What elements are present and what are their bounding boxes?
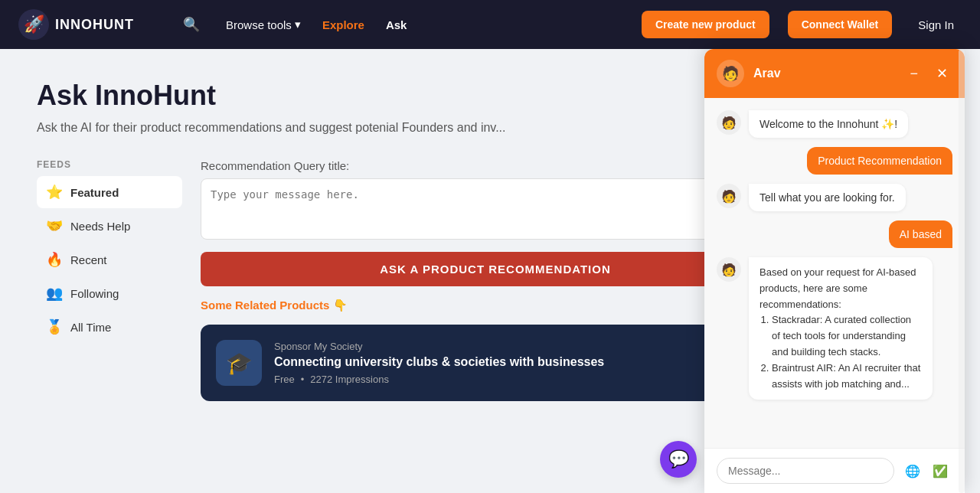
ask-link[interactable]: Ask (378, 14, 415, 36)
product-name-small: Sponsor My Society (274, 341, 749, 352)
float-chat-button[interactable]: 💬 (660, 441, 697, 478)
explore-link[interactable]: Explore (315, 14, 372, 36)
chat-name: Arav (753, 67, 896, 80)
chat-bubble-2: Product Recommendation (807, 147, 952, 175)
feed-item-following[interactable]: 👥 Following (37, 277, 182, 309)
search-icon[interactable]: 🔍 (183, 16, 200, 33)
connect-wallet-button[interactable]: Connect Wallet (788, 11, 893, 38)
chat-input-area: 🌐 ✅ (704, 448, 965, 493)
related-products-label: Some Related Products 👇 (201, 299, 790, 312)
chat-message-3: 🧑 Tell what you are looking for. (717, 184, 952, 211)
chat-input-icons: 🌐 ✅ (900, 459, 952, 483)
feed-label-featured: Featured (70, 186, 119, 199)
feed-item-all-time[interactable]: 🏅 All Time (37, 311, 182, 343)
globe-icon-button[interactable]: 🌐 (900, 459, 925, 483)
feed-label-needs-help: Needs Help (70, 220, 130, 233)
chat-bubble-3: Tell what you are looking for. (749, 184, 906, 211)
recommendation-intro: Based on your request for AI-based produ… (760, 265, 922, 312)
chat-messages: 🧑 Welcome to the Innohunt ✨! Product Rec… (704, 98, 965, 448)
recommendation-item-1: Stackradar: A curated collection of tech… (772, 312, 922, 360)
feed-label-recent: Recent (70, 253, 107, 266)
navbar: 🚀 INNOHUNT 🔍 Browse tools ▾ Explore Ask … (0, 0, 980, 49)
query-area: Recommendation Query title: ASK A PRODUC… (201, 159, 790, 401)
left-panel: Ask InnoHunt Ask the AI for their produc… (0, 49, 827, 493)
page-title: Ask InnoHunt (37, 80, 790, 112)
star-icon: ⭐ (46, 184, 63, 201)
signin-link[interactable]: Sign In (910, 14, 962, 36)
chat-bubble-4: AI based (889, 220, 952, 248)
logo-icon: 🚀 (18, 9, 49, 40)
check-icon-button[interactable]: ✅ (928, 459, 952, 483)
logo[interactable]: 🚀 INNOHUNT (18, 9, 134, 40)
product-logo-emoji: 🎓 (226, 351, 253, 376)
chat-minimize-button[interactable]: − (905, 64, 923, 83)
chat-message-2: Product Recommendation (717, 147, 952, 175)
feeds-sidebar: FEEDS ⭐ Featured 🤝 Needs Help 🔥 Recent 👥… (37, 159, 182, 401)
chat-close-button[interactable]: ✕ (932, 64, 952, 83)
feed-item-needs-help[interactable]: 🤝 Needs Help (37, 210, 182, 242)
feed-label-following: Following (70, 287, 119, 300)
handshake-icon: 🤝 (46, 217, 63, 234)
product-logo: 🎓 (216, 340, 262, 386)
recommendation-list: Based on your request for AI-based produ… (749, 257, 933, 400)
chat-header: 🧑 Arav − ✕ (704, 49, 965, 98)
ask-recommendation-button[interactable]: ASK A PRODUCT RECOMMENDATION (201, 252, 790, 286)
product-impressions: 2272 Impressions (310, 374, 389, 385)
browse-tools-button[interactable]: Browse tools ▾ (218, 13, 309, 36)
chat-input[interactable] (717, 458, 894, 484)
chat-bubble-1: Welcome to the Innohunt ✨! (749, 110, 908, 138)
fire-icon: 🔥 (46, 251, 63, 268)
feed-item-featured[interactable]: ⭐ Featured (37, 176, 182, 208)
chat-message-5: 🧑 Based on your request for AI-based pro… (717, 257, 952, 400)
chat-message-1: 🧑 Welcome to the Innohunt ✨! (717, 110, 952, 138)
product-price: Free (274, 374, 295, 385)
people-icon: 👥 (46, 285, 63, 302)
svg-text:🚀: 🚀 (24, 14, 45, 34)
logo-text: INNOHUNT (55, 17, 134, 33)
feeds-label: FEEDS (37, 159, 182, 170)
bot-avatar-2: 🧑 (717, 184, 741, 208)
bot-avatar: 🧑 (717, 110, 741, 135)
feed-item-recent[interactable]: 🔥 Recent (37, 243, 182, 276)
bot-avatar-3: 🧑 (717, 257, 741, 282)
chevron-down-icon: ▾ (295, 18, 301, 31)
create-product-button[interactable]: Create new product (642, 11, 769, 38)
chat-panel: 🧑 Arav − ✕ 🧑 Welcome to the Innohunt ✨! … (704, 49, 965, 493)
query-label: Recommendation Query title: (201, 159, 790, 172)
medal-icon: 🏅 (46, 318, 63, 335)
chat-avatar: 🧑 (717, 60, 744, 87)
product-card[interactable]: 🎓 Sponsor My Society Connecting universi… (201, 325, 790, 401)
content-area: FEEDS ⭐ Featured 🤝 Needs Help 🔥 Recent 👥… (37, 159, 790, 401)
product-meta: Free • 2272 Impressions (274, 374, 749, 385)
scroll-indicator (959, 98, 965, 448)
recommendation-item-2: Braintrust AIR: An AI recruiter that ass… (772, 361, 922, 393)
page-subtitle: Ask the AI for their product recommendat… (37, 121, 790, 135)
query-textarea[interactable] (201, 178, 790, 240)
feed-label-all-time: All Time (70, 321, 111, 334)
product-info: Sponsor My Society Connecting university… (274, 341, 749, 385)
chat-message-4: AI based (717, 220, 952, 248)
product-desc: Connecting university clubs & societies … (274, 355, 749, 369)
nav-links: Browse tools ▾ Explore Ask (218, 13, 414, 36)
